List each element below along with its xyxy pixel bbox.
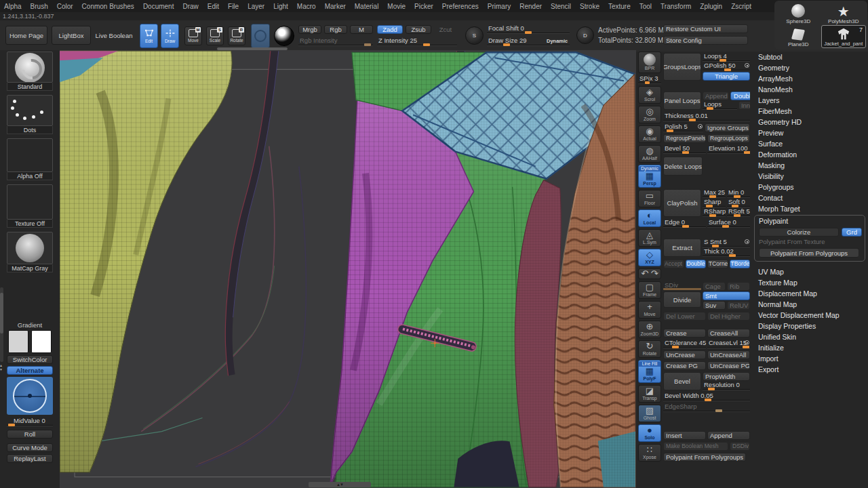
- menu-item[interactable]: File: [228, 3, 239, 10]
- surface-slider[interactable]: Surface 0: [707, 219, 750, 228]
- accept-button[interactable]: Accept: [663, 260, 684, 268]
- crease-all-button[interactable]: CreaseAll: [707, 329, 750, 338]
- store-config-button[interactable]: Store Config: [663, 36, 748, 45]
- thickness-slider[interactable]: Thickness 0.01: [663, 113, 750, 121]
- tool-menu-section[interactable]: ArrayMesh: [758, 73, 868, 84]
- ignore-groups-button[interactable]: Ignore Groups: [705, 123, 750, 132]
- menu-item[interactable]: Zscript: [731, 3, 751, 10]
- resolution-slider[interactable]: Resolution 0: [703, 382, 750, 390]
- tborder-button[interactable]: TBorde: [730, 260, 751, 268]
- tcorner-button[interactable]: TCorne: [707, 260, 728, 268]
- strip-button[interactable]: ● Solo: [638, 424, 661, 442]
- suv-button[interactable]: Suv: [703, 301, 726, 310]
- strip-button[interactable]: ◪ Transp: [638, 385, 661, 403]
- edge-sharp-slider[interactable]: EdgeSharp: [663, 403, 750, 412]
- soft-slider[interactable]: Soft 0: [727, 199, 750, 207]
- strip-button[interactable]: ◉ Actual: [638, 125, 661, 143]
- polish-toggle[interactable]: [698, 124, 703, 129]
- tool-menu-section[interactable]: Geometry HD: [758, 117, 868, 127]
- tool-menu-section[interactable]: Displacement Map: [758, 288, 868, 299]
- strip-button[interactable]: ∷ Xpose: [638, 444, 661, 462]
- alpha-selector[interactable]: Alpha Off: [7, 138, 53, 180]
- strip-button[interactable]: ↶ ↷: [638, 268, 661, 279]
- menu-item[interactable]: Document: [143, 3, 174, 10]
- main-color-swatch[interactable]: [8, 330, 28, 353]
- gpolish-toggle[interactable]: [745, 63, 749, 68]
- clay-polish-button[interactable]: ClayPolish: [663, 189, 701, 217]
- canvas-zoom-scrollbar[interactable]: ▲▼: [309, 482, 371, 487]
- strip-button[interactable]: ↻ Rotate: [638, 340, 661, 358]
- tool-menu-section[interactable]: Initialize: [758, 342, 868, 353]
- tool-menu-section[interactable]: Geometry: [758, 62, 868, 73]
- max-slider[interactable]: Max 25: [703, 189, 726, 198]
- draw-button[interactable]: Draw: [161, 24, 179, 48]
- menu-item[interactable]: Macro: [297, 3, 316, 10]
- strip-button[interactable]: ◐ Local: [638, 209, 661, 227]
- move-button[interactable]: M Move: [184, 26, 202, 45]
- strip-button[interactable]: ⊕ Zoom3D: [638, 321, 661, 338]
- sculpt-canvas[interactable]: ▲▼: [60, 50, 636, 488]
- strip-button[interactable]: ◈ Scrol: [638, 86, 661, 104]
- polypaint-from-polygroups-bottom-button[interactable]: Polypaint From Polygroups: [663, 453, 746, 462]
- polypaint-from-texture-button[interactable]: Polypaint From Texture: [759, 237, 862, 246]
- tool-menu-section[interactable]: Display Properties: [758, 321, 868, 331]
- scale-button[interactable]: S Scale: [206, 26, 224, 45]
- strip-button[interactable]: ▭ Floor: [638, 190, 661, 207]
- elevation-slider[interactable]: Elevation 100: [707, 145, 750, 154]
- tool-polymesh3d[interactable]: ★ PolyMesh3D: [821, 2, 867, 25]
- curve-mode-button[interactable]: Curve Mode: [7, 443, 53, 452]
- tool-menu-section[interactable]: Texture Map: [758, 277, 868, 288]
- strip-button[interactable]: ◬ L.Sym: [638, 229, 661, 247]
- menu-item[interactable]: Zplugin: [700, 3, 722, 10]
- strip-button[interactable]: ◍ AAHalf: [638, 145, 661, 163]
- loops-slider[interactable]: Loops 4: [703, 53, 750, 62]
- rib-button[interactable]: Rib: [727, 282, 750, 291]
- tool-menu-section[interactable]: Deformation: [758, 149, 868, 160]
- strip-button[interactable]: ▨ Ghost: [638, 405, 661, 422]
- tool-menu-section[interactable]: Layers: [758, 95, 868, 106]
- s-smt-toggle[interactable]: [745, 239, 749, 244]
- mrgb-button[interactable]: Mrgb: [298, 25, 321, 34]
- rgb-button[interactable]: Rgb: [324, 25, 347, 34]
- material-thumbnail[interactable]: [274, 26, 294, 46]
- tool-menu-section[interactable]: NanoMesh: [758, 84, 868, 95]
- strip-button[interactable]: + Move: [638, 301, 661, 319]
- delete-loops-button[interactable]: Delete Loops: [663, 157, 703, 176]
- reluv-button[interactable]: RelUV: [727, 301, 750, 310]
- tool-plane3d[interactable]: Plane3D: [776, 25, 821, 49]
- regroup-loops-button[interactable]: RegroupLoops: [707, 134, 750, 143]
- tool-menu-section[interactable]: Subtool: [758, 52, 868, 62]
- rsoft-slider[interactable]: RSoft 5: [727, 208, 750, 217]
- menu-item[interactable]: Material: [355, 3, 379, 10]
- strip-button[interactable]: ◎ Zoom: [638, 106, 661, 123]
- crease-button[interactable]: Crease: [663, 329, 706, 338]
- uncrease-pg-button[interactable]: UnCrease PG: [707, 361, 750, 370]
- home-page-button[interactable]: Home Page: [5, 26, 47, 45]
- color-picker[interactable]: [7, 377, 53, 415]
- insert-button[interactable]: Insert: [663, 431, 706, 440]
- tool-menu-section[interactable]: Unified Skin: [758, 331, 868, 342]
- live-boolean-button[interactable]: Live Boolean: [94, 26, 134, 45]
- regroup-panels-button[interactable]: RegroupPanels: [663, 134, 706, 143]
- menu-item[interactable]: Stroke: [580, 3, 599, 10]
- bevel-slider[interactable]: Bevel 50: [663, 145, 706, 154]
- brush-stroke-preview-button[interactable]: [251, 24, 270, 48]
- menu-item[interactable]: Stencil: [551, 3, 571, 10]
- del-higher-button[interactable]: Del Higher: [707, 312, 750, 321]
- tool-sphere3d[interactable]: Sphere3D: [776, 2, 821, 25]
- material-selector[interactable]: MatCap Gray: [7, 232, 53, 272]
- crease-lvl-slider[interactable]: CreaseLvl 15: [707, 340, 750, 348]
- double-loops-button[interactable]: Double: [730, 92, 750, 100]
- brush-selector[interactable]: Standard: [7, 52, 53, 91]
- lightbox-button[interactable]: LightBox: [52, 26, 91, 45]
- menu-item[interactable]: Light: [273, 3, 288, 10]
- rotate-button[interactable]: R Rotate: [228, 26, 245, 45]
- zadd-button[interactable]: Zadd: [377, 25, 403, 34]
- menu-item[interactable]: Color: [57, 3, 73, 10]
- cage-button[interactable]: Cage: [703, 282, 726, 291]
- polish-slider[interactable]: Polish 5: [663, 123, 703, 132]
- bevel-button[interactable]: Bevel: [663, 372, 701, 390]
- divide-button[interactable]: Divide: [663, 291, 701, 308]
- double-skin-button[interactable]: Double: [686, 260, 707, 268]
- strip-button[interactable]: ▢ Frame: [638, 281, 661, 299]
